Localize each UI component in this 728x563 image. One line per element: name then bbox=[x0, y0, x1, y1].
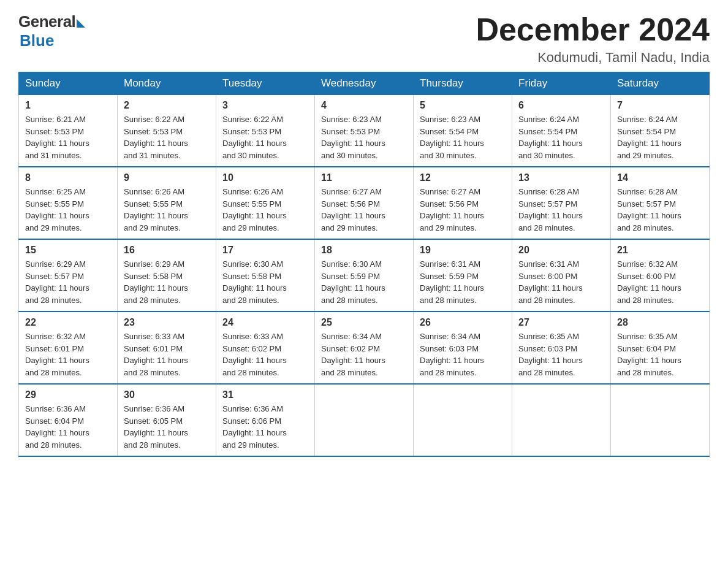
day-info: Sunrise: 6:23 AMSunset: 5:54 PMDaylight:… bbox=[420, 113, 506, 161]
calendar-cell: 10Sunrise: 6:26 AMSunset: 5:55 PMDayligh… bbox=[216, 167, 315, 239]
day-info: Sunrise: 6:36 AMSunset: 6:06 PMDaylight:… bbox=[222, 403, 308, 451]
calendar-cell: 8Sunrise: 6:25 AMSunset: 5:55 PMDaylight… bbox=[19, 167, 118, 239]
day-info: Sunrise: 6:28 AMSunset: 5:57 PMDaylight:… bbox=[617, 186, 703, 234]
calendar-cell: 31Sunrise: 6:36 AMSunset: 6:06 PMDayligh… bbox=[216, 384, 315, 456]
location-title: Kodumudi, Tamil Nadu, India bbox=[476, 50, 710, 66]
calendar-cell: 20Sunrise: 6:31 AMSunset: 6:00 PMDayligh… bbox=[512, 239, 611, 312]
day-number: 3 bbox=[222, 100, 308, 111]
calendar-week-1: 1Sunrise: 6:21 AMSunset: 5:53 PMDaylight… bbox=[19, 95, 710, 167]
calendar-cell: 4Sunrise: 6:23 AMSunset: 5:53 PMDaylight… bbox=[315, 95, 414, 167]
calendar-week-2: 8Sunrise: 6:25 AMSunset: 5:55 PMDaylight… bbox=[19, 167, 710, 239]
day-info: Sunrise: 6:30 AMSunset: 5:59 PMDaylight:… bbox=[321, 258, 407, 306]
day-number: 25 bbox=[321, 317, 407, 328]
day-info: Sunrise: 6:27 AMSunset: 5:56 PMDaylight:… bbox=[321, 186, 407, 234]
calendar-cell: 30Sunrise: 6:36 AMSunset: 6:05 PMDayligh… bbox=[118, 384, 216, 456]
day-number: 29 bbox=[25, 389, 111, 400]
calendar-cell: 2Sunrise: 6:22 AMSunset: 5:53 PMDaylight… bbox=[118, 95, 216, 167]
calendar-cell: 27Sunrise: 6:35 AMSunset: 6:03 PMDayligh… bbox=[512, 312, 611, 384]
calendar-cell bbox=[414, 384, 512, 456]
day-info: Sunrise: 6:21 AMSunset: 5:53 PMDaylight:… bbox=[25, 113, 111, 161]
day-number: 8 bbox=[25, 172, 111, 183]
calendar-week-4: 22Sunrise: 6:32 AMSunset: 6:01 PMDayligh… bbox=[19, 312, 710, 384]
day-info: Sunrise: 6:29 AMSunset: 5:58 PMDaylight:… bbox=[124, 258, 210, 306]
calendar-cell: 5Sunrise: 6:23 AMSunset: 5:54 PMDaylight… bbox=[414, 95, 512, 167]
calendar-cell: 7Sunrise: 6:24 AMSunset: 5:54 PMDaylight… bbox=[611, 95, 710, 167]
day-number: 22 bbox=[25, 317, 111, 328]
day-number: 14 bbox=[617, 172, 703, 183]
day-info: Sunrise: 6:28 AMSunset: 5:57 PMDaylight:… bbox=[518, 186, 604, 234]
calendar-cell: 1Sunrise: 6:21 AMSunset: 5:53 PMDaylight… bbox=[19, 95, 118, 167]
day-info: Sunrise: 6:36 AMSunset: 6:05 PMDaylight:… bbox=[124, 403, 210, 451]
day-info: Sunrise: 6:24 AMSunset: 5:54 PMDaylight:… bbox=[617, 113, 703, 161]
header-wednesday: Wednesday bbox=[315, 72, 414, 95]
day-number: 13 bbox=[518, 172, 604, 183]
day-info: Sunrise: 6:26 AMSunset: 5:55 PMDaylight:… bbox=[124, 186, 210, 234]
day-info: Sunrise: 6:24 AMSunset: 5:54 PMDaylight:… bbox=[518, 113, 604, 161]
calendar-cell: 12Sunrise: 6:27 AMSunset: 5:56 PMDayligh… bbox=[414, 167, 512, 239]
calendar-cell: 3Sunrise: 6:22 AMSunset: 5:53 PMDaylight… bbox=[216, 95, 315, 167]
calendar-cell: 13Sunrise: 6:28 AMSunset: 5:57 PMDayligh… bbox=[512, 167, 611, 239]
day-number: 12 bbox=[420, 172, 506, 183]
calendar-header-row: SundayMondayTuesdayWednesdayThursdayFrid… bbox=[19, 72, 710, 95]
day-info: Sunrise: 6:35 AMSunset: 6:04 PMDaylight:… bbox=[617, 331, 703, 378]
day-number: 24 bbox=[222, 317, 308, 328]
day-number: 16 bbox=[124, 245, 210, 256]
day-number: 11 bbox=[321, 172, 407, 183]
day-info: Sunrise: 6:26 AMSunset: 5:55 PMDaylight:… bbox=[222, 186, 308, 234]
calendar-cell: 28Sunrise: 6:35 AMSunset: 6:04 PMDayligh… bbox=[611, 312, 710, 384]
day-info: Sunrise: 6:22 AMSunset: 5:53 PMDaylight:… bbox=[222, 113, 308, 161]
calendar-cell: 6Sunrise: 6:24 AMSunset: 5:54 PMDaylight… bbox=[512, 95, 611, 167]
day-info: Sunrise: 6:35 AMSunset: 6:03 PMDaylight:… bbox=[518, 331, 604, 378]
day-number: 23 bbox=[124, 317, 210, 328]
day-number: 27 bbox=[518, 317, 604, 328]
day-number: 15 bbox=[25, 245, 111, 256]
day-info: Sunrise: 6:33 AMSunset: 6:01 PMDaylight:… bbox=[124, 331, 210, 378]
calendar-cell: 26Sunrise: 6:34 AMSunset: 6:03 PMDayligh… bbox=[414, 312, 512, 384]
day-info: Sunrise: 6:31 AMSunset: 6:00 PMDaylight:… bbox=[518, 258, 604, 306]
header-saturday: Saturday bbox=[611, 72, 710, 95]
calendar-cell bbox=[512, 384, 611, 456]
calendar-cell: 23Sunrise: 6:33 AMSunset: 6:01 PMDayligh… bbox=[118, 312, 216, 384]
calendar-cell: 11Sunrise: 6:27 AMSunset: 5:56 PMDayligh… bbox=[315, 167, 414, 239]
day-number: 4 bbox=[321, 100, 407, 111]
calendar-cell bbox=[315, 384, 414, 456]
calendar-cell: 24Sunrise: 6:33 AMSunset: 6:02 PMDayligh… bbox=[216, 312, 315, 384]
day-info: Sunrise: 6:29 AMSunset: 5:57 PMDaylight:… bbox=[25, 258, 111, 306]
day-number: 6 bbox=[518, 100, 604, 111]
day-number: 30 bbox=[124, 389, 210, 400]
calendar-cell: 29Sunrise: 6:36 AMSunset: 6:04 PMDayligh… bbox=[19, 384, 118, 456]
logo-general-text: General bbox=[18, 12, 75, 31]
calendar-week-3: 15Sunrise: 6:29 AMSunset: 5:57 PMDayligh… bbox=[19, 239, 710, 312]
day-number: 31 bbox=[222, 389, 308, 400]
calendar-cell: 22Sunrise: 6:32 AMSunset: 6:01 PMDayligh… bbox=[19, 312, 118, 384]
day-info: Sunrise: 6:23 AMSunset: 5:53 PMDaylight:… bbox=[321, 113, 407, 161]
calendar-cell: 19Sunrise: 6:31 AMSunset: 5:59 PMDayligh… bbox=[414, 239, 512, 312]
logo-triangle-icon bbox=[77, 19, 85, 28]
calendar-cell: 9Sunrise: 6:26 AMSunset: 5:55 PMDaylight… bbox=[118, 167, 216, 239]
month-title: December 2024 bbox=[476, 12, 710, 47]
day-info: Sunrise: 6:25 AMSunset: 5:55 PMDaylight:… bbox=[25, 186, 111, 234]
calendar-cell: 25Sunrise: 6:34 AMSunset: 6:02 PMDayligh… bbox=[315, 312, 414, 384]
day-number: 20 bbox=[518, 245, 604, 256]
calendar-cell: 21Sunrise: 6:32 AMSunset: 6:00 PMDayligh… bbox=[611, 239, 710, 312]
day-info: Sunrise: 6:36 AMSunset: 6:04 PMDaylight:… bbox=[25, 403, 111, 451]
day-number: 2 bbox=[124, 100, 210, 111]
calendar-week-5: 29Sunrise: 6:36 AMSunset: 6:04 PMDayligh… bbox=[19, 384, 710, 456]
day-info: Sunrise: 6:34 AMSunset: 6:03 PMDaylight:… bbox=[420, 331, 506, 378]
title-block: December 2024 Kodumudi, Tamil Nadu, Indi… bbox=[476, 12, 710, 66]
day-info: Sunrise: 6:27 AMSunset: 5:56 PMDaylight:… bbox=[420, 186, 506, 234]
day-info: Sunrise: 6:32 AMSunset: 6:01 PMDaylight:… bbox=[25, 331, 111, 378]
logo: General Blue bbox=[18, 12, 85, 50]
calendar-cell: 16Sunrise: 6:29 AMSunset: 5:58 PMDayligh… bbox=[118, 239, 216, 312]
header-sunday: Sunday bbox=[19, 72, 118, 95]
calendar-cell: 17Sunrise: 6:30 AMSunset: 5:58 PMDayligh… bbox=[216, 239, 315, 312]
day-info: Sunrise: 6:33 AMSunset: 6:02 PMDaylight:… bbox=[222, 331, 308, 378]
day-info: Sunrise: 6:32 AMSunset: 6:00 PMDaylight:… bbox=[617, 258, 703, 306]
day-number: 1 bbox=[25, 100, 111, 111]
header-monday: Monday bbox=[118, 72, 216, 95]
calendar-cell: 15Sunrise: 6:29 AMSunset: 5:57 PMDayligh… bbox=[19, 239, 118, 312]
day-number: 9 bbox=[124, 172, 210, 183]
day-number: 21 bbox=[617, 245, 703, 256]
day-number: 10 bbox=[222, 172, 308, 183]
day-number: 26 bbox=[420, 317, 506, 328]
